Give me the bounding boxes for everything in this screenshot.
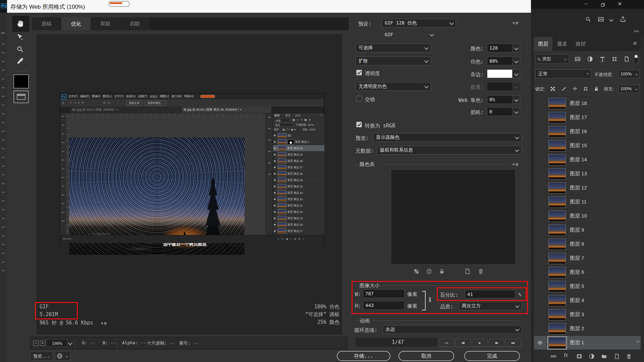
preview-image[interactable]: Ps 文件(F)编辑(E)图像(I)图层(L)文字(Y)选择(S)滤镜(T)3D… bbox=[60, 93, 324, 243]
tab-layers[interactable]: 图层 bbox=[534, 37, 552, 51]
visibility-cell[interactable] bbox=[534, 139, 546, 153]
previous-frame-button[interactable]: ◀▮ bbox=[455, 338, 471, 347]
visibility-cell[interactable] bbox=[534, 195, 546, 209]
preview-in-browser-button[interactable]: 预览... bbox=[30, 351, 53, 361]
metadata-select[interactable]: 版权和联系信息 bbox=[377, 146, 522, 155]
filter-adjustment-button[interactable] bbox=[587, 56, 593, 62]
panel-scroll-strip[interactable] bbox=[641, 37, 644, 362]
dither-input[interactable]: 88% bbox=[487, 57, 513, 65]
layer-row[interactable]: 图层 17 bbox=[534, 111, 641, 125]
new-group-button[interactable] bbox=[601, 353, 607, 359]
visibility-cell[interactable] bbox=[534, 280, 546, 293]
colors-chevron[interactable] bbox=[512, 44, 520, 52]
filter-shape-button[interactable] bbox=[611, 56, 618, 62]
layer-style-button[interactable]: fx bbox=[564, 352, 568, 358]
filter-text-button[interactable] bbox=[599, 56, 605, 62]
lock-all-button[interactable] bbox=[594, 85, 599, 92]
visibility-cell[interactable] bbox=[534, 265, 546, 279]
color-reduction-select[interactable]: 可选择 bbox=[356, 44, 431, 52]
percent-input[interactable]: 41 bbox=[465, 290, 515, 298]
filter-type-select[interactable]: 类型 bbox=[535, 54, 569, 64]
add-mask-button[interactable] bbox=[576, 353, 582, 359]
filter-toggle-switch[interactable] bbox=[634, 54, 638, 64]
width-input[interactable]: 787 bbox=[363, 289, 405, 298]
layer-row[interactable]: 图层 6 bbox=[534, 265, 641, 280]
layer-row[interactable]: 图层 14 bbox=[534, 153, 641, 167]
tab-channels[interactable]: 通道 bbox=[553, 37, 571, 51]
restore-button[interactable] bbox=[600, 2, 605, 8]
play-button[interactable]: ▶ bbox=[472, 338, 488, 347]
visibility-cell[interactable] bbox=[534, 153, 546, 167]
delete-color-button[interactable] bbox=[478, 268, 484, 275]
minimize-button[interactable]: ─ bbox=[584, 1, 588, 6]
lock-position-button[interactable] bbox=[572, 85, 578, 92]
blend-mode-select[interactable]: 正常 bbox=[535, 69, 592, 78]
layer-row[interactable]: 图层 13 bbox=[534, 167, 641, 181]
next-frame-button[interactable]: ▮▶ bbox=[488, 338, 504, 347]
matte-chevron[interactable] bbox=[512, 69, 520, 78]
eyedropper-tool[interactable] bbox=[16, 58, 24, 66]
cancel-button[interactable]: 取消 bbox=[398, 351, 454, 361]
zoom-tool[interactable] bbox=[16, 45, 24, 53]
matte-swatch[interactable] bbox=[487, 69, 513, 78]
settings-menu-icon[interactable]: ▾≡ bbox=[512, 20, 519, 25]
loop-select[interactable]: 永远 bbox=[382, 325, 522, 334]
zoom-level-select[interactable]: 100% bbox=[47, 339, 67, 347]
color-table-box[interactable] bbox=[391, 169, 516, 265]
zoom-out-button[interactable]: − bbox=[33, 341, 39, 346]
layer-row[interactable]: 图层 9 bbox=[534, 223, 641, 237]
filter-image-button[interactable] bbox=[575, 56, 581, 62]
colors-input[interactable]: 128 bbox=[487, 44, 513, 52]
visibility-cell[interactable] bbox=[534, 251, 546, 265]
layer-row[interactable]: 图层 7 bbox=[534, 251, 641, 265]
visibility-cell[interactable] bbox=[534, 97, 546, 110]
visibility-cell[interactable] bbox=[534, 336, 546, 350]
layer-row[interactable]: 图层 8 bbox=[534, 237, 641, 251]
map-transparency-button[interactable] bbox=[413, 268, 420, 275]
transparency-checkbox[interactable] bbox=[356, 70, 362, 75]
zoom-level-chevron-icon[interactable] bbox=[68, 341, 72, 345]
last-frame-button[interactable]: ▶▶ bbox=[505, 338, 521, 347]
layer-row[interactable]: 图层 15 bbox=[534, 139, 641, 153]
lock-paint-button[interactable] bbox=[561, 85, 567, 92]
save-button[interactable]: 存储... bbox=[337, 351, 390, 361]
layer-row[interactable]: 图层 16 bbox=[534, 125, 641, 139]
lock-color-button[interactable] bbox=[439, 268, 445, 275]
layer-row[interactable]: 图层 3 bbox=[534, 308, 641, 322]
link-dimensions-icon[interactable] bbox=[427, 296, 433, 303]
adjustment-layer-button[interactable] bbox=[589, 353, 595, 359]
toolbar-collapse-icon[interactable]: >> bbox=[1, 31, 5, 35]
layer-row[interactable]: 图层 10 bbox=[534, 209, 641, 223]
dither-chevron[interactable] bbox=[512, 57, 520, 65]
slice-select-tool[interactable] bbox=[16, 33, 24, 41]
zoom-in-button[interactable]: + bbox=[40, 341, 45, 346]
layers-menu-icon[interactable]: ≡ bbox=[633, 40, 637, 47]
visibility-cell[interactable] bbox=[534, 294, 546, 307]
quality-select[interactable]: 两次立方 bbox=[459, 302, 522, 310]
web-snap-chevron[interactable] bbox=[512, 95, 520, 104]
tab-paths[interactable]: 路径 bbox=[572, 37, 590, 51]
done-button[interactable]: 完成 bbox=[464, 351, 520, 361]
visibility-cell[interactable] bbox=[534, 223, 546, 237]
web-shift-button[interactable] bbox=[426, 268, 432, 275]
hand-tool-button[interactable] bbox=[12, 16, 29, 32]
panel-collapse-icon[interactable]: >> bbox=[634, 29, 639, 34]
visibility-cell[interactable] bbox=[534, 181, 546, 195]
new-layer-button[interactable] bbox=[614, 353, 620, 359]
preview-color-select[interactable]: 显示器颜色 bbox=[373, 133, 522, 142]
eyedropper-color-swatch[interactable] bbox=[13, 74, 29, 88]
interlaced-checkbox[interactable] bbox=[356, 96, 362, 102]
workspace-button[interactable] bbox=[598, 16, 604, 22]
fill-input[interactable]: 100% bbox=[618, 85, 640, 93]
visibility-cell[interactable] bbox=[534, 322, 546, 336]
layer-row[interactable]: 图层 11 bbox=[534, 195, 641, 209]
layer-row[interactable]: 图层 18 bbox=[534, 97, 641, 111]
new-color-button[interactable] bbox=[464, 268, 471, 275]
layer-row[interactable]: 图层 1 bbox=[534, 336, 641, 350]
lossy-chevron[interactable] bbox=[512, 107, 520, 116]
lock-artboard-button[interactable] bbox=[583, 85, 588, 92]
info-menu-icon[interactable]: ▾≡ bbox=[101, 320, 107, 326]
visibility-cell[interactable] bbox=[534, 237, 546, 251]
close-button[interactable]: × bbox=[618, 0, 622, 8]
share-button[interactable] bbox=[620, 16, 626, 22]
